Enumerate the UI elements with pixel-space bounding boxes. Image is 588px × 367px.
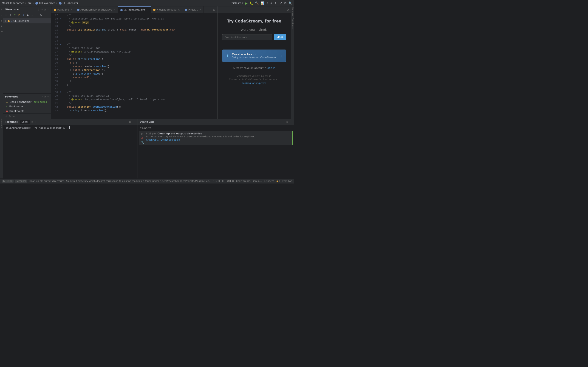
event-time: 8:23 pm [146, 132, 156, 135]
terminal-tab-local[interactable]: Local [20, 120, 30, 124]
tab-settings-icon[interactable]: ⚙ [211, 8, 217, 11]
tab-icon-main [54, 9, 56, 11]
left-icon-3[interactable]: ◈ [0, 18, 3, 23]
tab-clitokenizer[interactable]: CLITokenizer.java × [118, 6, 151, 13]
run-button[interactable]: ▶ [245, 1, 248, 5]
create-team-button[interactable]: + Create a team Get your dev team on Cod… [222, 50, 286, 62]
terminal-status-button[interactable]: Terminal [15, 180, 27, 183]
create-team-sub: Get your dev team on CodeStream [232, 56, 279, 59]
st-icon-2[interactable]: ↕ [9, 14, 12, 17]
todo-button[interactable]: 6 TODO [2, 180, 14, 183]
footer-edit-icon[interactable]: ✎ [9, 115, 11, 118]
bottom-icon-favorites[interactable]: Favorites [0, 120, 3, 125]
codestream-settings-icon[interactable]: ⚙ [286, 8, 289, 11]
status-codestream[interactable]: CodeStream: Sign in... [236, 180, 262, 182]
structure-close-icon[interactable]: − [47, 8, 49, 11]
bottom-icon-2[interactable]: 2: [0, 125, 3, 130]
tab-close-main[interactable]: × [70, 8, 72, 11]
terminal-close-icon[interactable]: − [133, 120, 136, 124]
event-log-settings-icon[interactable]: ⚙ [286, 120, 288, 124]
left-icon-1[interactable]: ≡ [0, 7, 3, 12]
class-name[interactable]: CLITokenizer [62, 2, 78, 5]
database-label[interactable]: Database [292, 6, 294, 17]
event-donotask-link[interactable]: Do not ask again [161, 139, 180, 141]
left-icon-5[interactable]: 2 [0, 29, 3, 34]
package-name[interactable]: CLITokenizer [39, 2, 55, 5]
structure-panel-header: Structure ⇅ ⇄ ⚙ − [3, 6, 51, 13]
event-log-header: Event Log ⚙ − [138, 119, 294, 125]
build-button[interactable]: 🔨 [255, 1, 259, 5]
join-button[interactable]: Join [274, 34, 286, 40]
st-icon-6[interactable]: ⚑ [26, 14, 30, 17]
event-log-status[interactable]: 1 Event Log [277, 180, 292, 182]
tree-icon-blue: C [11, 19, 13, 23]
fav-settings2-icon[interactable]: ⇄ [40, 95, 43, 98]
code-line-40: 40 * @return the parsed operation object… [52, 98, 217, 101]
code-line-31: 31 return reader.readLine(); [52, 65, 217, 68]
terminal-settings-icon[interactable]: ⚙ [129, 120, 131, 124]
invitation-code-input[interactable] [222, 34, 272, 40]
expand-all-icon[interactable]: ⇅ [37, 8, 40, 11]
status-encoding[interactable]: UTF-8 [227, 180, 234, 182]
tab-filesloader[interactable]: FilesLoader.java × [151, 6, 182, 13]
tab-close-abstract[interactable]: × [114, 8, 115, 11]
vcs-update-button[interactable]: ↓ [270, 1, 273, 5]
tab-ifilesl[interactable]: IFilesL... × [182, 6, 204, 13]
left-icon-2[interactable]: ▷ [0, 13, 3, 17]
on-prem-link[interactable]: Looking for on-prem? [242, 82, 267, 84]
st-icon-1[interactable]: ↕ [4, 14, 8, 17]
tab-close-ifiles[interactable]: × [199, 8, 201, 11]
tree-item-clitokenizer[interactable]: ▶ ● C CLITokenizer [3, 18, 51, 23]
code-editor[interactable]: 17 /** 18 ≡ * Constructor primarily for … [52, 13, 217, 119]
fav-close-icon[interactable]: − [47, 95, 49, 98]
already-have-account-label: Already have an account? [233, 67, 266, 69]
event-log-close-icon[interactable]: − [290, 120, 292, 124]
coverage-button[interactable]: 📊 [260, 1, 264, 5]
tab-abstractfilemanager[interactable]: AbstractFileManager.java × [75, 6, 118, 13]
fav-item-massfile[interactable]: ★ MassFileRenamer auto-added [3, 100, 51, 104]
event-cleanup-link[interactable]: Clean Up... [146, 139, 159, 141]
project-name[interactable]: MassFileRenamer [2, 2, 24, 5]
status-indent[interactable]: 4 spaces [264, 180, 274, 182]
st-icon-9[interactable]: ↻ [39, 14, 43, 17]
structure-settings-icon[interactable]: ⚙ [44, 8, 46, 11]
codestream-label[interactable]: CodeStream [292, 17, 294, 30]
status-lf[interactable]: LF [222, 180, 225, 182]
fav-item-bookmarks[interactable]: ✔ Bookmarks [3, 104, 51, 109]
signin-link[interactable]: Sign In [267, 67, 275, 69]
cloud-text: Connected to CodeStream's cloud service.… [229, 78, 279, 81]
run-config-name[interactable]: UnitTests [230, 2, 241, 5]
run-config-arrow[interactable]: ▾ [242, 2, 243, 5]
footer-add-icon[interactable]: + [5, 115, 7, 118]
tab-main-java[interactable]: Main.java × [52, 6, 75, 13]
terminal-status-label: Terminal [16, 180, 26, 182]
codestream-subtitle: Were you invited? [241, 28, 268, 31]
st-icon-5[interactable]: i [22, 14, 25, 17]
st-icon-3[interactable]: C [13, 14, 17, 17]
profile-button[interactable]: ⚡ [266, 1, 268, 5]
src-label[interactable]: src [28, 2, 32, 5]
st-icon-7[interactable]: ↓ [30, 14, 34, 17]
tab-label-main: Main.java [57, 8, 69, 11]
favorites-header: Favorites ⇄ ⚙ − [3, 94, 51, 100]
search-everywhere-button[interactable]: 🔍 [288, 1, 292, 5]
debug-button[interactable]: 🐛 [250, 1, 253, 5]
terminal-add-tab[interactable]: + [35, 120, 37, 124]
class-icon [59, 2, 61, 5]
breadcrumb: MassFileRenamer > src > CLITokenizer > C… [2, 2, 78, 5]
left-icon-4[interactable]: ★ [0, 24, 3, 28]
terminal-body[interactable]: thvardhan@MacBook-Pro MassFileRenamer % … [3, 125, 138, 178]
fav-item-breakpoints[interactable]: ● Breakpoints [3, 109, 51, 113]
structure-header-icons: ⇅ ⇄ ⚙ − [37, 8, 49, 11]
vcs-push-button[interactable]: ↑ [274, 1, 277, 5]
tab-close-files[interactable]: × [178, 8, 180, 11]
settings-button[interactable]: ⚙ [284, 1, 287, 5]
footer-remove-icon[interactable]: − [12, 115, 15, 118]
st-icon-4[interactable]: F [17, 14, 21, 17]
tab-close-cli[interactable]: × [147, 9, 148, 11]
terminal-tab-close[interactable]: × [31, 121, 33, 123]
fav-gear-icon[interactable]: ⚙ [44, 95, 46, 98]
collapse-all-icon[interactable]: ⇄ [40, 8, 43, 11]
st-icon-8[interactable]: ⌂ [35, 14, 38, 17]
git-button[interactable]: ⎇ [279, 1, 282, 5]
